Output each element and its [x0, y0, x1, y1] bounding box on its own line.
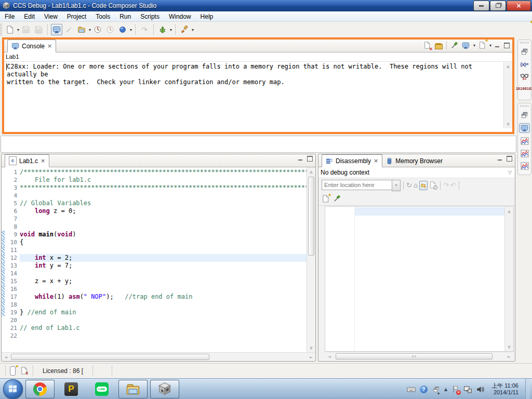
start-button[interactable]	[3, 379, 23, 399]
debug-dropdown-arrow[interactable]: ▾	[170, 28, 172, 32]
disassembly-maximize-button[interactable]	[506, 155, 513, 162]
console-view-button[interactable]	[519, 123, 530, 133]
save-all-button[interactable]	[33, 24, 44, 35]
menu-project[interactable]: Project	[62, 12, 91, 21]
editor-line[interactable]: 18	[2, 301, 307, 309]
new-dropdown-arrow[interactable]: ▾	[17, 28, 19, 32]
pin-console-button[interactable]	[450, 41, 459, 50]
display-console-button[interactable]	[461, 41, 471, 50]
pin-view-icon[interactable]	[333, 195, 341, 203]
clear-console-button[interactable]: ×	[422, 41, 432, 50]
editor-line[interactable]: 16	[2, 285, 307, 293]
strip-drag-handle[interactable]	[520, 105, 529, 107]
disassembly-minimize-button[interactable]	[496, 155, 503, 162]
code-text[interactable]: File for lab1.c	[20, 176, 307, 184]
code-text[interactable]	[20, 246, 307, 254]
scroll-up-arrow[interactable]: ▲	[307, 167, 315, 176]
code-text[interactable]: int x = 2;	[20, 254, 307, 262]
editor-tab-close-icon[interactable]: ×	[41, 157, 45, 164]
taskbar-clock[interactable]: 上午 11:06 2014/1/11	[488, 382, 522, 396]
console-vscrollbar[interactable]: ▲ ▼	[503, 62, 512, 128]
editor-line[interactable]: 19} //end of main	[2, 309, 307, 316]
volume-tray-icon[interactable]	[476, 385, 485, 394]
disassembly-selected-row[interactable]	[355, 207, 504, 216]
load-dropdown-arrow[interactable]: ▾	[89, 28, 91, 32]
variables-view-button[interactable]: (x)=	[520, 60, 529, 69]
scroll-lock-button[interactable]	[434, 41, 443, 50]
editor-line[interactable]: 3***************************************…	[2, 184, 307, 192]
graph-view-button-1[interactable]	[520, 137, 529, 145]
tab-console[interactable]: Console ×	[7, 39, 56, 52]
editor-code-area[interactable]: 1/**************************************…	[2, 168, 307, 340]
code-text[interactable]	[20, 192, 307, 200]
code-text[interactable]: {	[20, 238, 307, 246]
code-text[interactable]: // end of Lab1.c	[20, 324, 307, 332]
build-button[interactable]	[179, 24, 190, 35]
close-button[interactable]: ×	[507, 1, 531, 11]
code-text[interactable]: // Global Variables	[20, 200, 307, 207]
debug-button[interactable]	[157, 24, 168, 35]
scroll-down-arrow[interactable]: ▼	[505, 343, 513, 351]
menu-scripts[interactable]: Scripts	[136, 12, 164, 21]
editor-line[interactable]: 8	[2, 223, 307, 231]
code-text[interactable]	[20, 316, 307, 324]
profile-clock-button[interactable]	[92, 24, 103, 35]
problems-icon[interactable]: ↯	[20, 367, 29, 375]
menu-view[interactable]: View	[39, 12, 62, 21]
step-back-icon[interactable]: ↷	[450, 181, 456, 189]
scroll-up-arrow[interactable]: ▲	[504, 62, 512, 70]
disassembly-vscrollbar[interactable]: ▲ ▼	[504, 207, 513, 351]
code-text[interactable]	[20, 270, 307, 277]
code-text[interactable]	[20, 332, 307, 340]
restore-views-button[interactable]	[520, 47, 529, 56]
code-text[interactable]: int y = 7;	[20, 262, 307, 270]
flash-button[interactable]	[63, 24, 75, 35]
search-page-icon[interactable]	[429, 181, 437, 190]
vscroll-thumb[interactable]	[308, 177, 314, 256]
disassembly-tab-close-icon[interactable]: ×	[374, 157, 378, 164]
code-text[interactable]: } //end of main	[20, 309, 307, 316]
editor-vscrollbar[interactable]: ▲ ▼	[307, 167, 315, 352]
new-file-button[interactable]: ✦	[4, 24, 16, 35]
scroll-down-arrow[interactable]: ▼	[307, 344, 315, 352]
expressions-view-button[interactable]	[520, 72, 529, 81]
menu-file[interactable]: File	[0, 12, 19, 21]
editor-line[interactable]: 5// Global Variables	[2, 200, 307, 207]
editor-line[interactable]: 13 int y = 7;	[2, 262, 307, 270]
window-tray-icon[interactable]: ▾	[432, 385, 441, 394]
build-dropdown-arrow[interactable]: ▾	[192, 28, 194, 32]
code-text[interactable]: void main(void)	[20, 231, 307, 238]
step-forward-icon[interactable]: ↷	[443, 181, 449, 189]
network-tray-icon[interactable]	[463, 385, 472, 394]
code-text[interactable]: z = x + y;	[20, 277, 307, 285]
strip-drag-handle[interactable]	[520, 42, 529, 44]
editor-line[interactable]: 21// end of Lab1.c	[2, 324, 307, 332]
scroll-down-arrow[interactable]: ▼	[504, 120, 512, 128]
menu-help[interactable]: Help	[196, 12, 218, 21]
editor-line[interactable]: 11	[2, 246, 307, 254]
editor-line[interactable]: 14	[2, 270, 307, 277]
editor-line[interactable]: 2 File for lab1.c	[2, 176, 307, 184]
code-text[interactable]: long z = 0;	[20, 207, 307, 215]
editor-minimize-button[interactable]	[297, 155, 304, 162]
editor-line[interactable]: 7	[2, 215, 307, 223]
hscroll-thumb[interactable]	[11, 354, 209, 360]
graph-view-button-3[interactable]	[520, 162, 529, 170]
view-menu-icon[interactable]: ▽	[508, 170, 512, 175]
code-text[interactable]	[20, 301, 307, 309]
editor-line[interactable]: 17 while(1) asm(" NOP"); //trap end of m…	[2, 293, 307, 301]
scroll-right-arrow[interactable]: ►	[307, 353, 315, 361]
editor-line[interactable]: 10{	[2, 238, 307, 246]
refresh-icon[interactable]: ↻	[406, 181, 412, 189]
profile-clock-disabled-button[interactable]	[104, 24, 116, 35]
console-output-area[interactable]: C28xx: Loader: One or more sections of y…	[4, 62, 512, 128]
target-dropdown-arrow[interactable]: ▾	[130, 28, 132, 32]
scroll-left-arrow[interactable]: ◄	[325, 352, 334, 361]
show-desktop-button[interactable]	[525, 379, 530, 399]
tab-memory-browser[interactable]: Memory Browser	[382, 155, 446, 167]
editor-line[interactable]: 1/**************************************…	[2, 168, 307, 176]
scroll-left-arrow[interactable]: ◄	[2, 353, 10, 361]
menu-window[interactable]: Window	[164, 12, 196, 21]
editor-line[interactable]: 15 z = x + y;	[2, 277, 307, 285]
disassembly-hscrollbar[interactable]: ◄ ►	[325, 352, 513, 361]
